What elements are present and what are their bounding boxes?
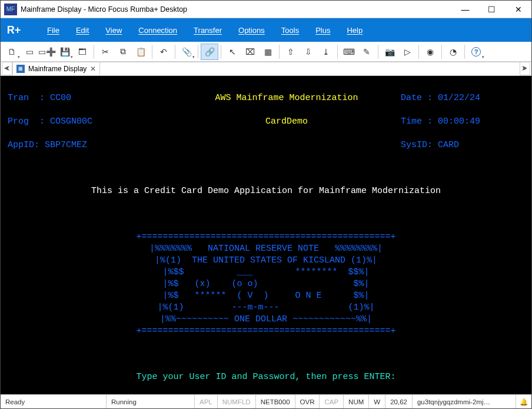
close-button[interactable]: ✕ [505,1,531,18]
record-icon[interactable]: ◉ [421,44,439,60]
tabbar: ⮜ ▦ Mainframe Display ✕ ⮞ [1,62,531,76]
tab-close-icon[interactable]: ✕ [90,65,96,73]
banner-text: This is a Credit Card Demo Application f… [8,185,524,197]
prompt-text: Type your User ID and Password, then pre… [8,371,524,383]
chevron-down-icon: ▾ [71,55,73,59]
pointer-icon[interactable]: ↖ [224,44,241,60]
camera-icon[interactable]: 📷 [381,44,398,60]
status-w: W [369,395,385,408]
link-icon[interactable]: 🔗 [201,44,218,60]
toolbar: 🗋▾▭▭➕💾▾🗔✂⧉📋↶📎▾🔗↖⌧▦⇧⇩⤓⌨✎📷▷◉◔?▾ [1,42,531,62]
status-cursor: 20,62 [385,395,413,408]
menu-plus[interactable]: Plus [315,26,330,35]
new-icon[interactable]: 🗋▾ [3,44,21,60]
menu-view[interactable]: View [105,26,122,35]
menu-help[interactable]: Help [347,26,363,35]
tab-label: Mainframe Display [28,65,87,73]
paste-icon[interactable]: 📋 [132,44,149,60]
eyedropper-icon[interactable]: ✎ [358,44,375,60]
menubar: R+ FileEditViewConnectionTransferOptions… [1,18,531,42]
keyboard-icon[interactable]: ⌨ [340,44,358,60]
help-icon[interactable]: ?▾ [467,44,485,60]
status-host: gu3tqnjygqzdmmi-2mj… [413,395,516,408]
session-a-icon[interactable]: ▭ [21,44,38,60]
screen-tool-icon[interactable]: ⌧ [241,44,259,60]
close-icon: ✕ [515,5,522,14]
ascii-art: +=======================================… [8,231,524,337]
app-icon: MF [4,4,17,15]
tab-scroll-right[interactable]: ⮞ [520,62,530,75]
screen-title-1: AWS Mainframe Modernization [172,92,401,104]
toolbar-separator [152,45,152,59]
toolbar-separator [221,45,221,59]
menu-connection[interactable]: Connection [138,26,177,35]
terminal-screen[interactable]: Tran : CC00AWS Mainframe ModernizationDa… [1,76,531,394]
status-cap: CAP [320,395,344,408]
menu-options[interactable]: Options [238,26,265,35]
minimize-icon: ― [461,5,470,14]
clock-icon[interactable]: ◔ [444,44,462,60]
tab-session-icon: ▦ [16,65,25,73]
cut-icon[interactable]: ✂ [97,44,114,60]
chevron-down-icon: ▾ [18,55,20,59]
copy-icon[interactable]: ⧉ [114,44,132,60]
statusbar: Ready Running APL NUMFLD NETB000 OVR CAP… [1,394,531,408]
save-icon[interactable]: 💾▾ [56,44,74,60]
toolbar-separator [279,45,280,59]
status-net: NETB000 [256,395,295,408]
product-logo: R+ [1,18,27,42]
status-running: Running [107,395,195,408]
tab-mainframe-display[interactable]: ▦ Mainframe Display ✕ [12,62,100,75]
status-apl: APL [195,395,218,408]
menu-file[interactable]: File [47,26,59,35]
menu-transfer[interactable]: Transfer [194,26,222,35]
session-b-icon[interactable]: ▭➕ [38,44,56,60]
toolbar-separator [94,45,94,59]
maximize-button[interactable]: ☐ [478,1,505,18]
menu-tools[interactable]: Tools [281,26,299,35]
toolbar-separator [441,45,442,59]
menu-edit[interactable]: Edit [76,26,89,35]
toolbar-separator [418,45,419,59]
toolbar-separator [378,45,378,59]
toolbar-separator [337,45,338,59]
attach-icon[interactable]: 📎▾ [178,44,195,60]
print-icon[interactable]: 🗔 [74,44,91,60]
chevron-down-icon: ▾ [482,55,484,59]
toolbar-separator [175,45,175,59]
tab-scroll-left[interactable]: ⮜ [2,62,12,75]
toolbar-separator [464,45,465,59]
status-num: NUM [344,395,369,408]
download2-icon[interactable]: ⤓ [317,44,335,60]
download-icon[interactable]: ⇩ [300,44,317,60]
minimize-button[interactable]: ― [452,1,478,18]
status-ovr: OVR [295,395,320,408]
toolbar-separator [198,45,198,59]
window-title: Mainframe Display - Micro Focus Rumba+ D… [21,5,187,14]
titlebar: MF Mainframe Display - Micro Focus Rumba… [1,1,531,18]
table-tool-icon[interactable]: ▦ [259,44,277,60]
notification-bell-icon[interactable]: 🔔 [516,398,531,406]
status-numfld: NUMFLD [218,395,256,408]
play-icon[interactable]: ▷ [398,44,416,60]
maximize-icon: ☐ [488,5,496,14]
status-ready: Ready [1,395,107,408]
undo-icon[interactable]: ↶ [155,44,172,60]
screen-title-2: CardDemo [172,116,401,128]
upload-icon[interactable]: ⇧ [282,44,300,60]
chevron-down-icon: ▾ [192,55,195,59]
